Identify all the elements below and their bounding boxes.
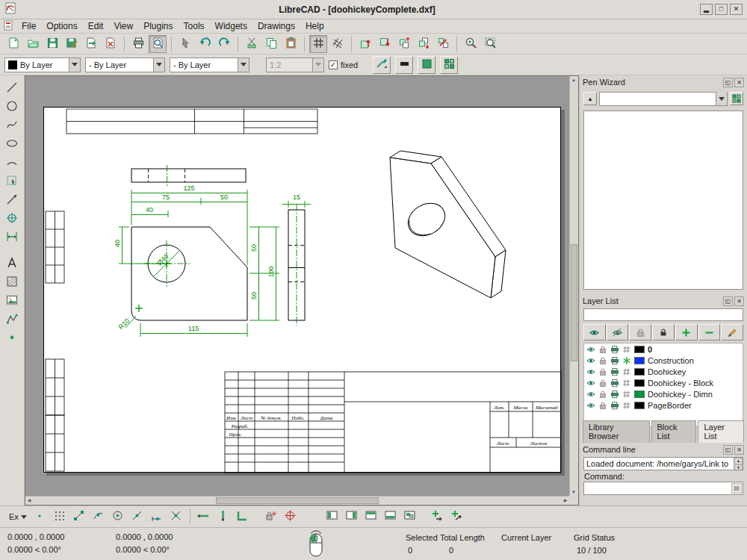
layer-row[interactable]: PageBorder bbox=[584, 399, 743, 411]
layer-visible-icon[interactable] bbox=[586, 379, 595, 388]
menu-view[interactable]: View bbox=[108, 20, 138, 32]
drawing-viewport[interactable]: 125 75 50 40 40 115 50 50 100 15 Ø40 R10 bbox=[25, 75, 579, 505]
dimension-tool-button[interactable] bbox=[2, 228, 22, 246]
remove-layer-button[interactable] bbox=[698, 324, 721, 340]
lock-relative-zero-button[interactable] bbox=[262, 508, 280, 526]
menu-widgets[interactable]: Widgets bbox=[210, 20, 252, 32]
close-drawing-button[interactable] bbox=[102, 35, 120, 53]
add-layer-button[interactable] bbox=[675, 324, 698, 340]
show-all-layers-button[interactable] bbox=[583, 324, 606, 340]
toggle-right-dock-button[interactable] bbox=[343, 508, 361, 526]
layer-color-swatch[interactable] bbox=[634, 368, 645, 376]
pen-color-picker-button[interactable] bbox=[418, 56, 436, 74]
layer-visible-icon[interactable] bbox=[586, 401, 595, 410]
menu-plugins[interactable]: Plugins bbox=[138, 20, 178, 32]
pen-preview-button[interactable] bbox=[395, 56, 413, 74]
tab-layer-list[interactable]: Layer List bbox=[698, 420, 744, 443]
export-button[interactable] bbox=[82, 35, 100, 53]
tab-library-browser[interactable]: Library Browser bbox=[583, 420, 650, 443]
order-bottom-button[interactable] bbox=[376, 35, 394, 53]
scroll-left-arrow[interactable]: ◀ bbox=[25, 497, 33, 504]
layer-color-swatch[interactable] bbox=[634, 379, 645, 387]
zoom-in-button[interactable] bbox=[462, 35, 480, 53]
command-history[interactable]: Loaded document: /home/garys/Link to ▲▼ bbox=[583, 457, 743, 470]
menu-tools[interactable]: Tools bbox=[179, 20, 210, 32]
float-dock-icon[interactable]: ◱ bbox=[723, 296, 733, 306]
layer-construction-icon[interactable] bbox=[622, 356, 631, 365]
snap-distance-button[interactable] bbox=[148, 508, 166, 526]
print-preview-button[interactable] bbox=[149, 35, 167, 53]
pen-wizard-list[interactable] bbox=[583, 111, 743, 290]
restrict-orthogonal-button[interactable] bbox=[234, 508, 252, 526]
layer-lock-icon[interactable] bbox=[598, 345, 607, 354]
vertical-scrollbar[interactable]: ▲ ▼ bbox=[569, 76, 578, 496]
redo-button[interactable] bbox=[215, 35, 233, 53]
exclusive-snap-dropdown[interactable]: Ex bbox=[6, 509, 30, 524]
set-relative-zero-button[interactable] bbox=[282, 508, 300, 526]
fixed-checkbox[interactable]: ✓ bbox=[329, 60, 338, 69]
apply-pen-button[interactable] bbox=[373, 56, 391, 74]
pen-color-combo[interactable]: By Layer bbox=[4, 57, 81, 72]
layer-print-icon[interactable] bbox=[610, 379, 619, 388]
close-button[interactable]: ✕ bbox=[730, 4, 743, 15]
maximize-button[interactable]: □ bbox=[715, 4, 728, 15]
text-tool-button[interactable] bbox=[2, 255, 22, 273]
modify-layer-button[interactable] bbox=[721, 324, 743, 340]
layer-visible-icon[interactable] bbox=[586, 390, 595, 399]
arc-tool-button[interactable] bbox=[2, 154, 22, 172]
pen-wizard-mode-button[interactable]: ▴ bbox=[583, 92, 597, 105]
pen-wizard-palette-button[interactable] bbox=[730, 92, 743, 105]
selection-pointer-button[interactable] bbox=[176, 35, 194, 53]
layer-construction-icon[interactable] bbox=[622, 367, 631, 376]
menu-drawings[interactable]: Drawings bbox=[252, 20, 300, 32]
print-scale-combo[interactable]: 1:2 bbox=[266, 57, 324, 72]
layer-visible-icon[interactable] bbox=[586, 345, 595, 354]
layer-lock-icon[interactable] bbox=[598, 379, 607, 388]
layer-list-header[interactable]: Layer List ◱ ✕ bbox=[580, 294, 747, 308]
insert-relative-angle-button[interactable] bbox=[449, 508, 467, 526]
line-tool-button[interactable] bbox=[2, 79, 22, 97]
center-mark-tool-button[interactable] bbox=[2, 210, 22, 228]
close-dock-icon[interactable]: ✕ bbox=[734, 78, 744, 87]
unlock-all-layers-button[interactable] bbox=[629, 324, 651, 340]
hide-all-layers-button[interactable] bbox=[607, 324, 629, 340]
save-button[interactable] bbox=[43, 35, 61, 53]
lock-all-layers-button[interactable] bbox=[652, 324, 675, 340]
order-swap-button[interactable] bbox=[434, 35, 452, 53]
point-tool-button[interactable] bbox=[2, 329, 22, 347]
layer-row[interactable]: Doohickey - Block bbox=[584, 377, 743, 388]
layer-lock-icon[interactable] bbox=[598, 356, 607, 365]
layer-row[interactable]: Construction bbox=[584, 355, 743, 366]
close-dock-icon[interactable]: ✕ bbox=[734, 296, 744, 306]
snap-center-button[interactable] bbox=[109, 508, 127, 526]
keyboard-icon[interactable]: ▤ bbox=[731, 483, 742, 494]
layer-color-swatch[interactable] bbox=[634, 391, 645, 398]
scroll-down-arrow[interactable]: ▼ bbox=[570, 488, 577, 496]
layer-visible-icon[interactable] bbox=[586, 356, 595, 365]
layer-lock-icon[interactable] bbox=[598, 401, 607, 410]
polyline-tool-button[interactable] bbox=[2, 311, 22, 329]
menu-help[interactable]: Help bbox=[300, 20, 329, 32]
snap-on-entity-button[interactable] bbox=[90, 508, 108, 526]
tab-block-list[interactable]: Block List bbox=[651, 420, 697, 443]
undo-button[interactable] bbox=[196, 35, 214, 53]
snap-intersection-button[interactable] bbox=[167, 508, 185, 526]
layer-construction-icon[interactable] bbox=[622, 401, 631, 410]
command-input[interactable]: ▤ bbox=[583, 482, 743, 495]
grid-toggle-button[interactable] bbox=[309, 35, 327, 53]
layer-print-icon[interactable] bbox=[610, 401, 619, 410]
order-lower-button[interactable] bbox=[415, 35, 433, 53]
layer-construction-icon[interactable] bbox=[622, 345, 631, 354]
float-dock-icon[interactable]: ◱ bbox=[723, 445, 733, 455]
drawing-canvas[interactable]: 125 75 50 40 40 115 50 50 100 15 Ø40 R10 bbox=[25, 76, 571, 497]
snap-grid-button[interactable] bbox=[51, 508, 69, 526]
layer-lock-icon[interactable] bbox=[598, 367, 607, 376]
layer-visible-icon[interactable] bbox=[586, 367, 595, 376]
zoom-auto-button[interactable] bbox=[481, 35, 499, 53]
layer-filter-input[interactable] bbox=[583, 308, 743, 321]
close-dock-icon[interactable]: ✕ bbox=[734, 445, 744, 455]
command-line-header[interactable]: Command line ◱ ✕ bbox=[580, 443, 747, 456]
minimize-button[interactable]: ▂ bbox=[700, 4, 713, 15]
hatch-tool-button[interactable] bbox=[2, 273, 22, 291]
menu-edit[interactable]: Edit bbox=[83, 20, 109, 32]
